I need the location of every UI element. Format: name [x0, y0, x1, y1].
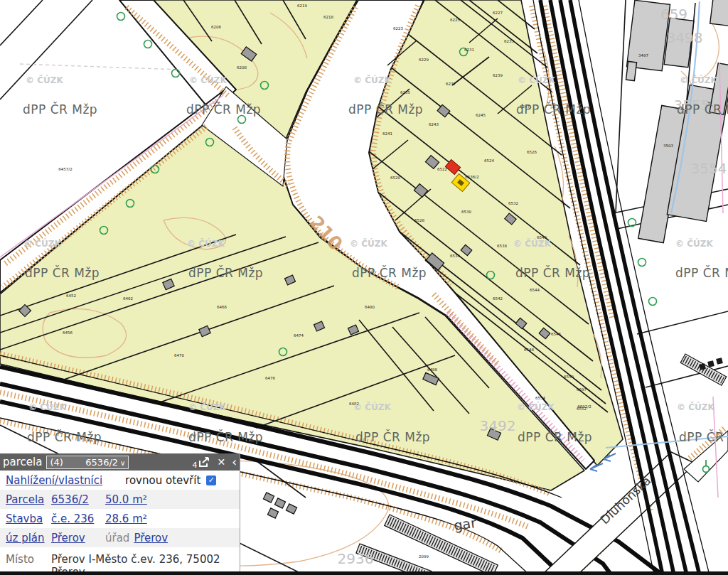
copyright-watermark: © ČÚZK: [513, 238, 551, 249]
area-number: 659: [660, 6, 687, 23]
field-building: [286, 504, 296, 514]
parcel-number: 6522: [437, 167, 447, 171]
parcel-number: 6470: [174, 353, 184, 358]
parcel-number: 6219: [297, 4, 307, 8]
owners-link[interactable]: Nahlížení/vlastníci: [6, 474, 102, 487]
copyright-watermark: © ČÚZK: [680, 75, 717, 85]
parcel-number: 6206: [211, 25, 221, 29]
parcel-number: 2099: [419, 554, 429, 559]
copyright-watermark: © ČÚZK: [677, 402, 714, 412]
zoning-plan-link[interactable]: úz plán: [6, 532, 45, 544]
tree-icon: [172, 70, 180, 77]
parcel-number: 3497: [638, 53, 648, 58]
parcel-number: 6235: [400, 90, 410, 95]
dpp-watermark: dPP ČR Mžp: [188, 265, 263, 280]
dpp-watermark: dPP ČR Mžp: [679, 429, 728, 444]
tree-icon: [117, 13, 125, 21]
open-directly-checkbox[interactable]: ✓: [206, 475, 216, 485]
dpp-watermark: dPP ČR Mžp: [348, 102, 423, 117]
dpp-watermark: dPP ČR Mžp: [675, 265, 728, 280]
parcel-number: 6536/2: [465, 175, 478, 179]
field-building: [267, 508, 278, 518]
parcel-number: 6245: [476, 113, 486, 117]
parcel-number: 6530: [461, 210, 471, 214]
parcel-number: 6223: [393, 26, 403, 31]
parcel-number: 6241: [382, 131, 392, 136]
collapse-icon[interactable]: ‹: [232, 456, 237, 468]
parcel-link[interactable]: Parcela: [6, 493, 44, 506]
panel-title: parcela: [3, 456, 42, 468]
parcel-number: 6480: [365, 305, 375, 309]
parcel-number: 6546: [551, 332, 561, 336]
parcel-number: 6534: [450, 254, 460, 258]
dpp-watermark: dPP ČR Mžp: [27, 429, 102, 444]
dpp-watermark: dPP ČR Mžp: [23, 102, 97, 117]
copyright-watermark: © ČÚZK: [675, 238, 713, 249]
bottom-border: [0, 571, 728, 575]
dpp-watermark: dPP ČR Mžp: [186, 102, 261, 117]
parcel-number: 6229: [419, 58, 429, 62]
parcel-number: 6528: [414, 218, 424, 222]
dropdown-count: (4): [50, 457, 63, 468]
building-link[interactable]: Stavba: [6, 512, 43, 525]
copyright-watermark: © ČÚZK: [23, 238, 61, 249]
parcel-number: 6544: [530, 288, 540, 292]
parcel-number: 6239: [493, 73, 503, 77]
parcel-number: 6526: [527, 150, 537, 154]
parcel-number: 6452: [66, 294, 76, 298]
parcel-number: 6237: [446, 82, 456, 86]
dpp-watermark: dPP ČR Mžp: [518, 429, 592, 444]
row-owners: Nahlížení/vlastníci rovnou otevřít ✓: [0, 471, 240, 490]
field-building: [274, 498, 285, 508]
building-number-link[interactable]: č.e. 236: [51, 512, 94, 525]
map-viewer: 65934983555355434922936 6219621862086206…: [0, 0, 728, 575]
parcel-number: 6524: [484, 158, 494, 163]
parcel-number: 6225: [450, 18, 460, 22]
parcel-number: 6227: [493, 11, 503, 15]
garage-area-label: gar: [453, 515, 477, 533]
parcel-number: 6466: [217, 305, 227, 309]
row-place: Místo Přerov I-Město č.ev. 236, 75002 Př…: [0, 547, 240, 570]
parcel-number: 3503: [663, 144, 673, 148]
close-icon[interactable]: ✕: [217, 457, 225, 467]
copyright-watermark: © ČÚZK: [350, 238, 387, 249]
tree-icon: [649, 298, 657, 306]
parcel-number: 6554: [535, 396, 545, 400]
parcel-number: 6542: [493, 296, 503, 301]
row-parcel: Parcela 6536/2 50.0 m²: [0, 490, 240, 509]
parcel-select-dropdown[interactable]: (4) 6536/2∨: [46, 456, 129, 469]
parcel-number: 6488: [427, 367, 437, 372]
parcel-number: 6548: [524, 348, 534, 352]
parcel-number: 6231: [464, 48, 474, 52]
share-count: 4: [192, 461, 197, 470]
office-label: úřad: [105, 532, 129, 544]
share-icon[interactable]: [198, 457, 210, 468]
copyright-watermark: © ČÚZK: [353, 75, 391, 85]
row-building: Stavba č.e. 236 28.6 m²: [0, 509, 240, 528]
parcel-number: 6476: [265, 376, 275, 380]
plan-city-link[interactable]: Přerov: [51, 532, 85, 544]
chevron-down-icon: ∨: [120, 459, 125, 467]
parcel-number: 6243: [429, 122, 439, 127]
area-number: 3492: [480, 417, 516, 434]
parcel-number: 6233: [504, 39, 514, 43]
parcel-number: 6208: [237, 65, 247, 70]
parcel-area-link[interactable]: 50.0 m²: [105, 493, 147, 506]
copyright-watermark: © ČÚZK: [353, 402, 391, 412]
parcel-number: 6550: [564, 375, 574, 379]
parcel-number-link[interactable]: 6536/2: [51, 493, 89, 506]
parcel-number: 6462: [123, 296, 133, 301]
building-area-link[interactable]: 28.6 m²: [105, 512, 147, 525]
area-number: 3554: [691, 160, 727, 177]
dpp-watermark: dPP ČR Mžp: [355, 429, 430, 444]
copyright-watermark: © ČÚZK: [28, 402, 66, 412]
copyright-watermark: © ČÚZK: [26, 75, 63, 85]
dpp-watermark: dPP ČR Mžp: [515, 265, 590, 280]
copyright-watermark: © ČÚZK: [187, 238, 225, 249]
office-city-link[interactable]: Přerov: [134, 532, 168, 544]
parcel-number: 6697: [577, 387, 587, 392]
copyright-watermark: © ČÚZK: [517, 402, 555, 412]
area-number: 3498: [667, 29, 703, 46]
parcel-number: 6520: [390, 176, 400, 180]
parcel-number: 6538: [497, 244, 507, 248]
